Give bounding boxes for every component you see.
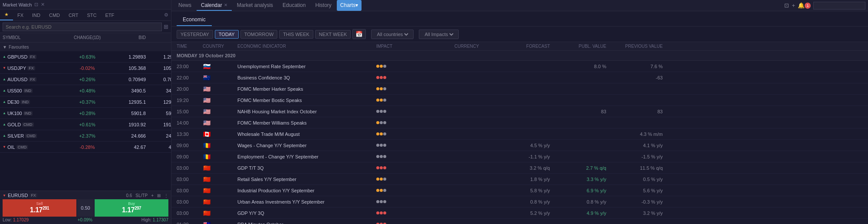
change-val: +0.37% xyxy=(63,99,111,105)
economic-table: MONDAY 19 October 2020 23:00 🇸🇮 Unemploy… xyxy=(171,51,868,224)
cell-previous: 5.6 % y/y xyxy=(606,188,663,193)
table-row[interactable]: ▲GBPUSDFX +0.63% 1.29893 1.29905 xyxy=(0,51,171,63)
search-input[interactable] xyxy=(3,23,162,31)
plus-icon[interactable]: + xyxy=(792,2,795,9)
nav-tab-charts[interactable]: Charts▾ xyxy=(337,0,362,11)
cell-time: 13:30 xyxy=(177,132,203,137)
cell-impact xyxy=(376,144,454,147)
table-row[interactable]: ▲DE30IND +0.37% 12935.1 12936.0 xyxy=(0,96,171,108)
table-row[interactable]: 09:00 🇷🇴 Wages - Change Y/Y September 4.… xyxy=(171,140,868,151)
table-row[interactable]: 03:00 🇨🇳 Retail Sales Y/Y September 1.8 … xyxy=(171,174,868,185)
grid-view-icon[interactable]: ⊞ xyxy=(164,23,168,30)
cell-time: 03:00 xyxy=(177,199,203,204)
country-flag: 🇷🇴 xyxy=(203,154,210,159)
th-time: TIME xyxy=(177,44,203,49)
table-row[interactable]: 20:00 🇺🇸 FOMC Member Harker Speaks xyxy=(171,83,868,95)
eurusd-high: 1.17307 xyxy=(153,217,168,222)
cell-indicator: Wholesale Trade M/M August xyxy=(237,132,376,137)
impact-select[interactable]: All Impacts xyxy=(423,31,455,37)
tab-star[interactable]: ★ xyxy=(0,10,13,20)
tab-etf[interactable]: ETF xyxy=(101,10,119,20)
filter-yesterday[interactable]: YESTERDAY xyxy=(177,30,213,39)
table-row[interactable]: 03:00 🇨🇳 Urban Areas Investments Y/Y Sep… xyxy=(171,196,868,208)
eurusd-top: ▼ EURUSD FX 0.6 SL/TP + ⊞ ⋮ xyxy=(3,193,168,198)
table-row[interactable]: 22:00 🇳🇿 Business Confidence 3Q -63 xyxy=(171,72,868,83)
cell-impact xyxy=(376,189,454,192)
cell-time: 09:00 xyxy=(177,154,203,159)
nav-tab-news[interactable]: News xyxy=(174,0,196,11)
filter-today[interactable]: TODAY xyxy=(215,30,239,39)
cell-previous: 0.5 % y/y xyxy=(606,177,663,182)
filter-next-week[interactable]: NEXT WEEK xyxy=(315,30,351,39)
th-impact: IMPACT xyxy=(376,44,454,49)
table-row[interactable]: 03:00 🇨🇳 GDP Y/Y 3Q 5.2 % y/y 4.9 % y/y … xyxy=(171,208,868,219)
settings-icon[interactable]: ⚙ xyxy=(161,12,171,18)
tab-fx[interactable]: FX xyxy=(13,10,28,20)
table-row[interactable]: ▼OILCMD -0.28% 42.67 42.71 xyxy=(0,142,171,153)
cell-impact xyxy=(376,87,454,90)
cell-time: 03:00 xyxy=(177,165,203,171)
impact-filter[interactable]: All Impacts xyxy=(419,30,459,39)
tab-stc[interactable]: STC xyxy=(83,10,101,20)
top-search-input[interactable] xyxy=(813,2,865,10)
country-flag: 🇨🇦 xyxy=(203,132,210,137)
window-icon[interactable]: ⊡ xyxy=(784,2,789,9)
close-icon[interactable]: ✕ xyxy=(41,2,45,7)
tab-crt[interactable]: CRT xyxy=(64,10,82,20)
sl-tp-label[interactable]: SL/TP xyxy=(135,193,148,198)
country-select[interactable]: All countries xyxy=(375,31,410,37)
table-row[interactable]: 14:00 🇺🇸 FOMC Member Williams Speaks xyxy=(171,117,868,128)
filter-bar: YESTERDAY TODAY TOMORROW THIS WEEK NEXT … xyxy=(171,26,868,42)
table-row[interactable]: ▲UK100IND +0.28% 5901.8 5903.3 xyxy=(0,108,171,119)
nav-tab-history[interactable]: History xyxy=(311,0,335,11)
section-tab-economic[interactable]: Economic xyxy=(177,14,212,26)
table-row[interactable]: 09:00 🇷🇴 Employment - Change Y/Y Septemb… xyxy=(171,151,868,162)
cell-time: 03:00 xyxy=(177,188,203,193)
filter-tomorrow[interactable]: TOMORROW xyxy=(240,30,278,39)
market-watch-header: Market Watch ⊡ ✕ xyxy=(0,0,171,10)
country-flag: 🇺🇸 xyxy=(203,109,210,114)
cell-time: 19:20 xyxy=(177,98,203,103)
table-row[interactable]: 23:00 🇸🇮 Unemployment Rate September 8.0… xyxy=(171,61,868,72)
table-row[interactable]: ▲AUDUSDFX +0.26% 0.70949 0.70960 xyxy=(0,74,171,85)
spread-value: 0.6 xyxy=(126,193,132,198)
tab-cmd[interactable]: CMD xyxy=(45,10,64,20)
cell-impact xyxy=(376,200,454,203)
table-row[interactable]: 13:30 🇨🇦 Wholesale Trade M/M August 4.3 … xyxy=(171,128,868,140)
more-icon[interactable]: ⋮ xyxy=(164,193,168,198)
cell-time: 09:00 xyxy=(177,143,203,148)
table-row[interactable]: 19:20 🇺🇸 FOMC Member Bostic Speaks xyxy=(171,95,868,106)
table-row[interactable]: 03:00 🇨🇳 GDP T/T 3Q 3.2 % q/q 2.7 % q/q … xyxy=(171,162,868,174)
cell-impact xyxy=(376,155,454,158)
detach-icon[interactable]: ⊡ xyxy=(34,2,38,7)
tab-ind[interactable]: IND xyxy=(28,10,45,20)
table-row[interactable]: ▲SILVERCMD +2.37% 24.666 24.706 xyxy=(0,130,171,142)
buy-button[interactable]: Buy 1.17297 xyxy=(95,199,168,217)
calendar-picker-button[interactable]: 📅 xyxy=(352,29,366,39)
cell-indicator: FOMC Member Bostic Speaks xyxy=(237,98,376,103)
cell-previous: -1.5 % y/y xyxy=(606,154,663,159)
table-row[interactable]: ▼USDJPYFX -0.02% 105.368 105.372 xyxy=(0,63,171,74)
table-row[interactable]: 15:00 🇺🇸 NAHB Housing Market Index Octob… xyxy=(171,106,868,117)
chart-icon[interactable]: ⊞ xyxy=(157,193,161,198)
table-row[interactable]: 03:00 🇨🇳 Industrial Production Y/Y Septe… xyxy=(171,185,868,196)
search-bar: ⊞ xyxy=(0,21,171,33)
filter-this-week[interactable]: THIS WEEK xyxy=(279,30,313,39)
cell-forecast: 4.5 % y/y xyxy=(498,143,550,148)
plus-icon[interactable]: + xyxy=(151,193,154,198)
sell-button[interactable]: Sell 1.17291 xyxy=(3,199,76,217)
table-row[interactable]: ▲US500IND +0.48% 3490.5 3491.4 xyxy=(0,85,171,96)
cell-country: 🇨🇳 xyxy=(203,211,237,216)
cell-indicator: GDP T/T 3Q xyxy=(237,165,376,171)
bell-icon[interactable]: 🔔 xyxy=(798,2,805,9)
cell-previous: 7.6 % xyxy=(606,64,663,69)
nav-tab-market-analysis[interactable]: Market analysis xyxy=(233,0,277,11)
nav-tab-education[interactable]: Education xyxy=(278,0,310,11)
calendar-close[interactable]: ✕ xyxy=(224,3,227,7)
table-row[interactable]: 01:30 🇦🇺 RBA Minutes October xyxy=(171,219,868,224)
cell-impact xyxy=(376,166,454,169)
table-row[interactable]: ▲GOLDCMD +0.61% 1910.92 1911.23 xyxy=(0,119,171,130)
country-filter[interactable]: All countries xyxy=(371,30,414,39)
top-nav: News Calendar ✕ Market analysis Educatio… xyxy=(171,0,868,11)
nav-tab-calendar[interactable]: Calendar ✕ xyxy=(197,0,232,11)
